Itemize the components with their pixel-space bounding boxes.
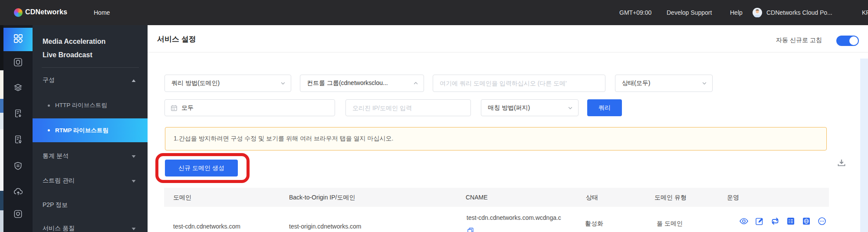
table-row: test-cdn.cdnetworks.com test-origin.cdne… [164, 207, 829, 232]
sidebar-item-label: P2P 정보 [43, 201, 68, 209]
user-avatar[interactable] [753, 8, 762, 17]
refresh-icon[interactable] [770, 216, 780, 226]
calendar-icon [171, 105, 178, 111]
query-domain-input[interactable] [433, 75, 605, 91]
shield-badge-icon [13, 209, 23, 221]
rail-item-4[interactable] [3, 108, 33, 120]
row-operations [739, 216, 827, 226]
status-value: 상태(모두) [615, 79, 650, 87]
sidebar-item-stream-management[interactable]: 스트림 관리 [33, 172, 148, 190]
rail-item-3[interactable] [3, 82, 33, 94]
document-certificate-icon [13, 134, 23, 146]
sidebar-item-rtmp-livestream[interactable]: RTMP 라이브스트림 [33, 118, 148, 142]
batch-config-icon[interactable] [786, 216, 796, 226]
chevron-down-icon [568, 105, 573, 111]
chevron-up-icon [413, 81, 418, 86]
background-window-sliver [0, 25, 3, 232]
apps-grid-icon [13, 33, 23, 46]
origin-ip-domain-input[interactable] [346, 100, 470, 116]
col-origin: Back-to-Origin IP/도메인 [289, 188, 355, 207]
rail-item-7[interactable] [3, 186, 33, 198]
rail-item-media-acceleration[interactable] [3, 28, 33, 51]
col-domain-type: 도메인 유형 [654, 188, 687, 207]
warning-banner: 1.간섭을 방지하려면 구성 수정 및 보기를 위해 여러 브라우저 탭을 열지… [165, 127, 827, 150]
page-header: 서비스 설정 자동 신규로 고침 [148, 25, 868, 52]
match-method-value: 매칭 방법(퍼지) [481, 104, 530, 112]
triangle-down-icon [132, 225, 136, 232]
sidebar-item-http-livestream[interactable]: HTTP 라이브스트림 [33, 97, 148, 114]
geo-config-icon[interactable] [802, 216, 811, 226]
export-download-icon[interactable] [837, 158, 847, 169]
document-download-icon [13, 108, 23, 120]
product-title: Media Acceleration Live Broadcast [43, 35, 105, 62]
sidebar-item-label: 통계 분석 [43, 152, 69, 160]
cell-status: 활성화 [585, 220, 603, 228]
query-method-value: 쿼리 방법(도메인) [165, 79, 220, 87]
rail-item-2[interactable] [3, 57, 33, 69]
page-title: 서비스 설정 [157, 34, 196, 44]
cdnetworks-logo-icon [14, 8, 23, 17]
shield-lines-icon [13, 161, 23, 173]
date-range-picker[interactable]: 모두 [164, 99, 335, 116]
timezone-label[interactable]: GMT+09:00 [619, 9, 651, 16]
nav-home[interactable]: Home [94, 9, 110, 16]
control-group-value: 컨트롤 그룹(cdnetworksclou... [300, 79, 388, 87]
cell-origin: test-origin.cdnetworks.com [289, 223, 362, 230]
rail-item-6[interactable] [3, 161, 33, 173]
sidebar: Media Acceleration Live Broadcast 구성 HTT… [33, 25, 148, 232]
more-icon[interactable] [817, 216, 827, 226]
status-select[interactable]: 상태(모두) [615, 75, 713, 92]
rail-item-8[interactable] [3, 209, 33, 221]
brand-name[interactable]: CDNetworks [25, 8, 67, 16]
sidebar-item-label: 스트림 관리 [43, 177, 75, 185]
edit-icon[interactable] [755, 216, 764, 226]
query-method-select[interactable]: 쿼리 방법(도메인) [164, 75, 291, 92]
bullet-icon [48, 105, 50, 107]
create-domain-button[interactable]: 신규 도메인 생성 [165, 160, 238, 176]
chevron-down-icon [702, 81, 707, 86]
toggle-knob [849, 36, 858, 45]
view-icon[interactable] [739, 216, 749, 226]
chevron-down-icon [280, 81, 286, 86]
date-range-value: 모두 [181, 104, 194, 112]
cell-domain-type: 풀 도메인 [657, 220, 683, 228]
help-link[interactable]: Help [730, 9, 743, 16]
shield-check-icon [13, 57, 23, 69]
product-title-line1: Media Acceleration [43, 35, 105, 48]
main-content: 서비스 설정 자동 신규로 고침 쿼리 방법(도메인) 컨트롤 그룹(cdnet… [148, 25, 868, 232]
sidebar-divider [42, 67, 139, 68]
triangle-up-icon [132, 77, 136, 84]
sidebar-item-config[interactable]: 구성 [33, 72, 148, 89]
account-menu[interactable]: CDNetworks Cloud Po... [766, 9, 832, 16]
product-icon-rail [3, 25, 33, 232]
origin-input-wrap [345, 99, 471, 116]
sidebar-item-label: 서비스 품질 [43, 225, 75, 232]
match-method-select[interactable]: 매칭 방법(퍼지) [481, 99, 579, 116]
bullet-icon [48, 129, 50, 131]
query-button[interactable]: 쿼리 [587, 99, 622, 116]
sidebar-item-label: HTTP 라이브스트림 [55, 101, 107, 109]
col-domain: 도메인 [173, 188, 191, 207]
triangle-down-icon [132, 153, 136, 160]
sidebar-item-p2p-info[interactable]: P2P 정보 [33, 196, 148, 214]
cell-domain: test-cdn.cdnetworks.com [173, 223, 240, 230]
rail-item-5[interactable] [3, 134, 33, 146]
layers-icon [13, 82, 23, 94]
copy-icon[interactable] [467, 228, 473, 232]
develop-support-link[interactable]: Develop Support [667, 9, 712, 16]
table-header: 도메인 Back-to-Origin IP/도메인 CNAME 상태 도메인 유… [164, 188, 829, 207]
auto-refresh-toggle[interactable] [836, 36, 859, 46]
cell-cname: test-cdn.cdnetworks.com.wcdnga.c [467, 214, 584, 221]
topbar: CDNetworks Home GMT+09:00 Develop Suppor… [0, 0, 868, 25]
locale-selector[interactable]: KR [862, 9, 868, 16]
col-cname: CNAME [466, 188, 488, 207]
col-operations: 운영 [727, 188, 739, 207]
scrollbar-track[interactable] [860, 59, 868, 232]
col-status: 상태 [586, 188, 598, 207]
control-group-select[interactable]: 컨트롤 그룹(cdnetworksclou... [300, 75, 424, 92]
sidebar-item-service-quality[interactable]: 서비스 품질 [33, 220, 148, 232]
sidebar-item-label: RTMP 라이브스트림 [55, 127, 108, 134]
auto-refresh-label: 자동 신규로 고침 [776, 36, 822, 44]
cloud-upload-icon [13, 186, 23, 198]
sidebar-item-statistics[interactable]: 통계 분석 [33, 147, 148, 165]
